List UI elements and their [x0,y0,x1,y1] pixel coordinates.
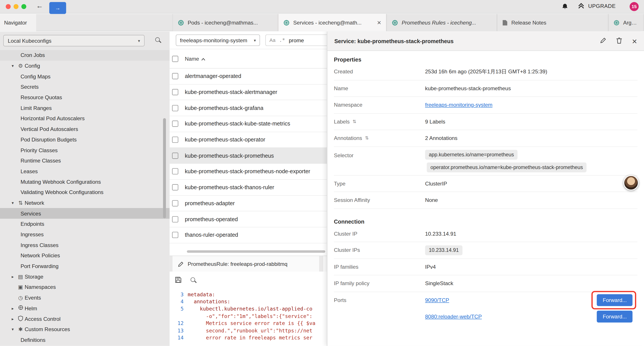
tab-argo[interactable]: Argo S [608,14,644,31]
delete-trash-icon[interactable] [616,37,622,45]
namespace-link[interactable]: freeleaps-monitoring-system [425,102,492,108]
row-checkbox[interactable] [172,105,178,111]
tab-services[interactable]: Services - icecheng@math... × [278,14,387,31]
sidebar-item-config-maps[interactable]: Config Maps [0,71,170,82]
row-checkbox[interactable] [172,168,178,175]
edit-pencil-icon[interactable] [600,37,606,45]
sidebar-item-events[interactable]: ◷Events [0,293,170,303]
sidebar-item-access-control[interactable]: ▸Access Control [0,314,170,324]
sidebar-item-vertical-pod-autoscalers[interactable]: Vertical Pod Autoscalers [0,124,170,134]
detail-row-namespace: Namespace freeleaps-monitoring-system [334,97,638,113]
close-tab-icon[interactable]: × [377,19,381,26]
table-row[interactable]: kube-prometheus-stack-prometheus-node-ex… [170,164,327,180]
dock-tab-prometheusrule[interactable]: PrometheusRule: freeleaps-prod-rabbitmq [172,256,319,272]
name-column-header[interactable]: Name [185,56,206,62]
dock-tab-partial[interactable] [323,256,327,272]
forward-button[interactable]: Forward... [597,294,632,306]
upgrade-icon [577,2,585,9]
sidebar-item-services[interactable]: Services [0,208,170,219]
row-checkbox[interactable] [172,121,178,127]
detail-row-selector: Selector app.kubernetes.io/name=promethe… [334,147,638,175]
table-row[interactable]: prometheus-adapter [170,196,327,211]
window-close-button[interactable] [6,4,10,9]
detail-row-name: Name kube-prometheus-stack-prometheus [334,80,638,97]
kubeconfig-select[interactable]: Local Kubeconfigs ▾ [3,35,145,46]
back-arrow-icon[interactable]: ← [36,2,43,10]
search-value: prome [289,37,304,43]
editor-line: 5 kubectl.kubernetes.io/last-applied-co [170,305,327,313]
tab-pods[interactable]: Pods - icecheng@mathmas... [172,14,278,31]
chevron-down-icon: ▾ [138,38,140,43]
table-row[interactable]: thanos-ruler-operated [170,227,327,243]
sidebar-item-resource-quotas[interactable]: Resource Quotas [0,92,170,103]
match-case-icon[interactable]: Aa [270,37,276,43]
sidebar-scrollbar[interactable] [163,118,166,218]
search-input[interactable]: Aa .* prome [265,34,327,46]
sidebar-item-network-policies[interactable]: Network Policies [0,250,170,261]
sidebar-item-ingresses[interactable]: Ingresses [0,229,170,240]
close-drawer-icon[interactable]: × [632,37,637,45]
row-checkbox[interactable] [172,184,178,191]
sidebar-search-icon[interactable] [155,37,161,43]
table-row[interactable]: alertmanager-operated [170,68,327,84]
sidebar-item-pod-disruption-budgets[interactable]: Pod Disruption Budgets [0,134,170,145]
row-checkbox[interactable] [172,73,178,79]
sidebar-item-runtime-classes[interactable]: Runtime Classes [0,155,170,166]
yaml-editor[interactable]: 3metadata: 4 annotations: 5 kubectl.kube… [170,289,327,346]
port-link[interactable]: 8080:reloader-web/TCP [425,314,482,320]
lens-app-window: ← → UPGRADE 15 Navigator Pods - icecheng… [0,0,644,346]
sidebar-item-endpoints[interactable]: Endpoints [0,219,170,229]
row-checkbox[interactable] [172,153,178,159]
row-checkbox[interactable] [172,232,178,238]
window-zoom-button[interactable] [21,4,26,9]
sidebar-item-storage[interactable]: ▸▤Storage [0,271,170,282]
sidebar-item-port-forwarding[interactable]: Port Forwarding [0,261,170,271]
table-row[interactable]: kube-prometheus-stack-grafana [170,100,327,116]
row-checkbox[interactable] [172,89,178,95]
sidebar-item-custom-resources[interactable]: ▾✱Custom Resources [0,324,170,335]
row-checkbox[interactable] [172,200,178,206]
notification-count-badge[interactable]: 15 [630,2,638,11]
sidebar-item-namespaces[interactable]: ▣Namespaces [0,282,170,292]
table-row[interactable]: kube-prometheus-stack-alertmanager [170,84,327,100]
sidebar-item-horizontal-pod-autoscalers[interactable]: Horizontal Pod Autoscalers [0,113,170,124]
sidebar-item-leases[interactable]: Leases [0,166,170,177]
forward-button[interactable]: Forward... [597,310,632,322]
editor-search-icon[interactable] [190,277,196,283]
port-link[interactable]: 9090/TCP [425,297,449,303]
expand-icon[interactable]: ⇅ [365,136,369,141]
tab-label: Prometheus Rules - icecheng... [402,19,476,26]
table-row-selected[interactable]: kube-prometheus-stack-prometheus [170,148,327,164]
table-row[interactable]: kube-prometheus-stack-kube-state-metrics [170,116,327,132]
select-all-checkbox[interactable] [172,56,178,62]
table-row[interactable]: prometheus-operated [170,211,327,227]
window-minimize-button[interactable] [14,4,18,9]
horizontal-scrollbar[interactable] [187,250,325,253]
sidebar-item-mutating-webhook-configurations[interactable]: Mutating Webhook Configurations [0,177,170,187]
user-avatar[interactable] [624,175,638,190]
forward-arrow-icon[interactable]: → [49,2,66,14]
sidebar-item-network[interactable]: ▾⇅Network [0,198,170,208]
sidebar-item-helm[interactable]: ▸Helm [0,303,170,314]
sidebar-item-cron-jobs[interactable]: Cron Jobs [0,50,170,61]
save-icon[interactable] [175,276,182,284]
sidebar-item-definitions[interactable]: Definitions [0,335,170,345]
row-checkbox[interactable] [172,216,178,222]
tab-release-notes[interactable]: Release Notes [497,14,608,31]
sidebar-item-secrets[interactable]: Secrets [0,82,170,92]
table-row[interactable]: kube-prometheus-stack-operator [170,132,327,148]
table-row[interactable]: kube-prometheus-stack-thanos-ruler [170,180,327,195]
sidebar-item-validating-webhook-configurations[interactable]: Validating Webhook Configurations [0,187,170,198]
upgrade-button[interactable]: UPGRADE [577,2,616,9]
tab-prometheus-rules[interactable]: Prometheus Rules - icecheng... [386,14,497,31]
sidebar-item-config[interactable]: ▾⚙Config [0,61,170,71]
sidebar-item-limit-ranges[interactable]: Limit Ranges [0,103,170,113]
expand-icon[interactable]: ⇅ [352,119,356,124]
namespace-filter-select[interactable]: freeleaps-monitoring-system ▾ [176,34,260,46]
sidebar-item-priority-classes[interactable]: Priority Classes [0,145,170,155]
regex-icon[interactable]: .* [279,37,285,43]
row-checkbox[interactable] [172,137,178,143]
sidebar-item-ingress-classes[interactable]: Ingress Classes [0,240,170,250]
notifications-bell-icon[interactable] [561,3,568,11]
navigator-tree: Cron Jobs ▾⚙Config Config Maps Secrets R… [0,50,170,345]
